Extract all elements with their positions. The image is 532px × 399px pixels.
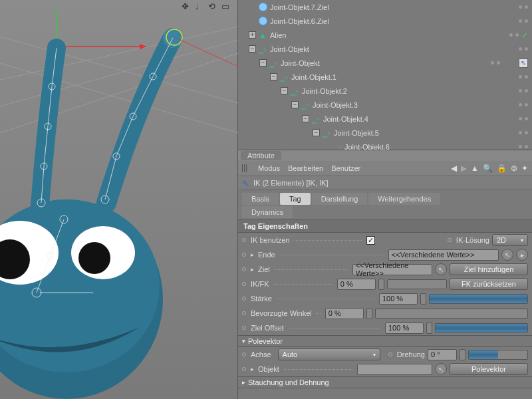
- dropdown-achse[interactable]: Auto▾: [278, 348, 380, 360]
- polygon-object-icon: ▲: [258, 31, 267, 40]
- keyframe-bullet[interactable]: [242, 352, 246, 356]
- attr-tabs: Basis Tag Darstellung Weitergehendes: [238, 190, 532, 206]
- menu-benutzer[interactable]: Benutzer: [331, 164, 360, 172]
- slider-ikfk[interactable]: [387, 279, 447, 289]
- tab-darstellung[interactable]: Darstellung: [312, 193, 368, 205]
- keyframe-bullet[interactable]: [242, 326, 246, 330]
- keyframe-bullet[interactable]: [448, 238, 452, 242]
- label-objekt: Objekt: [258, 365, 279, 373]
- tree-item-label: Joint-Objekt.7.Ziel: [270, 3, 532, 11]
- new-icon[interactable]: ✦: [521, 164, 528, 173]
- label-staerke: Stärke: [251, 295, 272, 303]
- expand-icon[interactable]: −: [259, 59, 267, 66]
- field-zieloffset[interactable]: 100 %: [385, 323, 424, 334]
- field-objekt[interactable]: [357, 364, 432, 375]
- tree-row[interactable]: +▲Alien: [238, 28, 532, 42]
- tree-row[interactable]: −⎯◦Joint-Objekt.3: [238, 98, 532, 112]
- pick-icon[interactable]: ↖: [435, 263, 447, 275]
- tree-row[interactable]: −⎯◦Joint-Objekt: [238, 42, 532, 56]
- tab-weitergehendes[interactable]: Weitergehendes: [368, 193, 440, 205]
- menu-bearbeiten[interactable]: Bearbeiten: [288, 164, 323, 172]
- keyframe-bullet[interactable]: [242, 282, 246, 286]
- tab-tag[interactable]: Tag: [280, 193, 311, 205]
- check-icon[interactable]: ✓: [521, 31, 528, 40]
- label-ikfk: IK/FK: [251, 280, 269, 288]
- field-staerke[interactable]: 100 %: [379, 293, 418, 305]
- joint-icon: ⎯◦: [258, 45, 267, 54]
- btn-ziel-hinzufuegen[interactable]: Ziel hinzufügen: [450, 263, 528, 275]
- search-icon[interactable]: 🔍: [483, 164, 493, 173]
- keyframe-bullet[interactable]: [242, 297, 246, 301]
- drag-handle-icon[interactable]: [242, 164, 247, 172]
- subheader-stauchung[interactable]: ▸ Stauchung und Dehnung: [238, 376, 532, 388]
- slider-bevwinkel[interactable]: [375, 309, 528, 319]
- keyframe-bullet[interactable]: [242, 367, 246, 371]
- field-drehung[interactable]: 0 °: [428, 349, 457, 360]
- tree-row[interactable]: Joint-Objekt.7.Ziel: [238, 0, 532, 14]
- checkbox-ik-benutzen[interactable]: ✓: [366, 236, 375, 245]
- slider-zieloffset[interactable]: [435, 323, 528, 333]
- tree-row[interactable]: −⎯◦Joint-Objekt.1: [238, 70, 532, 84]
- menu-icon[interactable]: ▸: [516, 249, 528, 261]
- spinner-staerke[interactable]: [420, 293, 426, 305]
- field-ziel[interactable]: <<Verschiedene Werte>>: [352, 264, 432, 275]
- expand-icon[interactable]: −: [249, 45, 256, 53]
- up-icon[interactable]: ▲: [471, 164, 479, 173]
- field-bevwinkel[interactable]: 0 %: [325, 308, 364, 319]
- target-icon[interactable]: ⊚: [511, 164, 517, 173]
- keyframe-bullet[interactable]: [242, 267, 246, 271]
- forward-icon[interactable]: ▶: [461, 164, 467, 173]
- lock-icon[interactable]: 🔒: [497, 164, 507, 173]
- tree-row[interactable]: ⎯◦Joint-Objekt.6: [238, 140, 532, 150]
- field-ende[interactable]: <<Verschiedene Werte>>: [388, 249, 499, 261]
- tree-row[interactable]: −⎯◦Joint-Objekt: [238, 56, 532, 70]
- tree-row[interactable]: −⎯◦Joint-Objekt.5: [238, 126, 532, 140]
- pick-icon[interactable]: ↖: [435, 363, 447, 375]
- tab-basis[interactable]: Basis: [242, 193, 279, 205]
- joint-icon: ⎯◦: [332, 142, 342, 150]
- tab-dynamics[interactable]: Dynamics: [242, 206, 293, 218]
- keyframe-bullet[interactable]: [388, 352, 392, 356]
- attr-element-label: IK (2 Elemente) [IK, IK]: [253, 179, 329, 187]
- keyframe-bullet[interactable]: [242, 238, 246, 242]
- expand-icon[interactable]: +: [249, 31, 256, 39]
- object-manager[interactable]: Joint-Objekt.7.ZielJoint-Objekt.6.Ziel+▲…: [238, 0, 532, 150]
- btn-polevektor[interactable]: Polevektor: [450, 363, 528, 375]
- subheader-polevektor[interactable]: ▾ Polevektor: [238, 335, 532, 347]
- viewport-3d[interactable]: ✥ ↓ ⟲ ▭: [0, 0, 238, 399]
- svg-line-32: [174, 37, 238, 66]
- disclosure-icon: ▸: [242, 379, 245, 386]
- expand-icon[interactable]: −: [270, 73, 277, 80]
- pick-icon[interactable]: ↖: [501, 249, 513, 261]
- tree-row[interactable]: −⎯◦Joint-Objekt.2: [238, 84, 532, 98]
- tree-row[interactable]: −⎯◦Joint-Objekt.4: [238, 112, 532, 126]
- expand-icon[interactable]: −: [281, 87, 288, 94]
- keyframe-bullet[interactable]: [242, 253, 246, 257]
- tree-row[interactable]: Joint-Objekt.6.Ziel: [238, 14, 532, 28]
- ik-tag-icon[interactable]: ⇖: [519, 59, 528, 68]
- label-ik-benutzen: IK benutzen: [251, 236, 290, 244]
- slider-staerke[interactable]: [429, 294, 528, 304]
- label-ende: Ende: [258, 251, 275, 259]
- keyframe-bullet[interactable]: [242, 311, 246, 315]
- spinner-ikfk[interactable]: [378, 279, 384, 290]
- spinner-bevwinkel[interactable]: [366, 308, 372, 319]
- right-panel: Joint-Objekt.7.ZielJoint-Objekt.6.Ziel+▲…: [238, 0, 532, 399]
- svg-line-0: [0, 27, 238, 80]
- label-zieloffset: Ziel Offset: [251, 324, 284, 332]
- menu-modus[interactable]: Modus: [258, 164, 280, 172]
- joint-icon: ⎯◦: [269, 59, 278, 68]
- spinner-drehung[interactable]: [460, 349, 466, 360]
- field-ikfk[interactable]: 0 %: [337, 279, 376, 290]
- attr-element-row: ⇖ IK (2 Elemente) [IK, IK]: [238, 176, 532, 190]
- dropdown-ik-loesung[interactable]: 2D▾: [492, 234, 528, 246]
- tree-item-label: Joint-Objekt.1: [291, 73, 532, 81]
- spinner-zieloffset[interactable]: [426, 323, 432, 334]
- expand-icon[interactable]: −: [291, 101, 299, 108]
- btn-fk-reset[interactable]: FK zurücksetzen: [450, 278, 528, 290]
- ik-icon: ⇖: [242, 178, 249, 188]
- expand-icon[interactable]: −: [302, 115, 309, 122]
- slider-drehung[interactable]: [468, 350, 528, 360]
- expand-icon[interactable]: −: [313, 129, 320, 136]
- back-icon[interactable]: ◀: [451, 164, 457, 173]
